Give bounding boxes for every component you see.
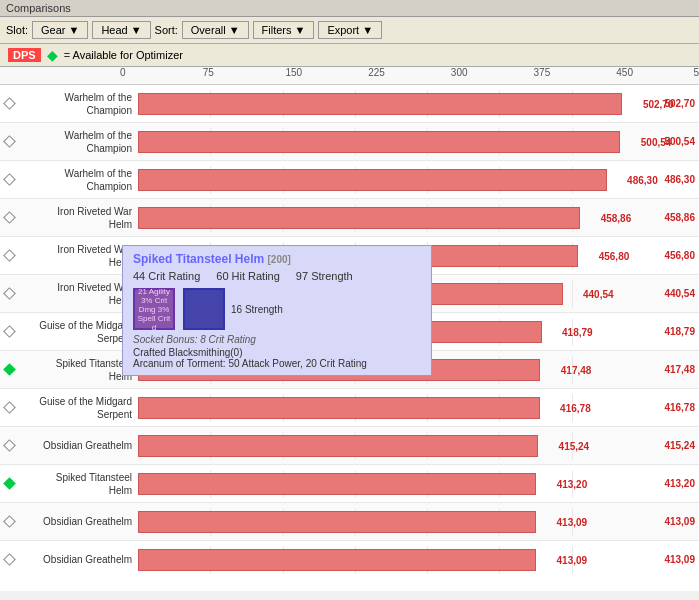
table-row[interactable]: Warhelm of theChampion486,30486,30 <box>0 161 699 199</box>
end-value: 413,20 <box>644 478 699 489</box>
diamond-outline-icon <box>0 554 18 566</box>
row-label: Warhelm of theChampion <box>18 129 138 155</box>
row-label: Guise of the MidgardSerpent <box>18 395 138 421</box>
toolbar: Slot: Gear ▼ Head ▼ Sort: Overall ▼ Filt… <box>0 17 699 44</box>
table-row[interactable]: Iron Riveted WarHelm458,86458,86 <box>0 199 699 237</box>
data-bar: 413,20 <box>138 473 536 495</box>
bar-area: 458,86 <box>138 204 644 232</box>
tooltip-icon2 <box>183 288 225 330</box>
bar-area: 415,24 <box>138 432 644 460</box>
bar-value: 458,86 <box>601 212 632 223</box>
bar-value: 417,48 <box>561 364 592 375</box>
diamond-outline-icon <box>0 136 18 148</box>
axis-300: 300 <box>451 67 468 78</box>
slot-label: Slot: <box>6 24 28 36</box>
end-value: 413,09 <box>644 516 699 527</box>
bar-value: 413,20 <box>557 478 588 489</box>
bar-value: 500,54 <box>641 136 672 147</box>
bar-value: 413,09 <box>557 516 588 527</box>
row-label: Obsidian Greathelm <box>18 515 138 528</box>
tooltip-title: Spiked Titansteel Helm [200] <box>133 252 421 266</box>
bar-value: 456,80 <box>599 250 630 261</box>
tooltip-stat: 97 Strength <box>296 270 353 282</box>
bar-value: 416,78 <box>560 402 591 413</box>
diamond-solid-icon <box>0 364 18 376</box>
sort-dropdown[interactable]: Overall ▼ <box>182 21 249 39</box>
table-row[interactable]: Spiked TitansteelHelm413,20413,20 <box>0 465 699 503</box>
axis-225: 225 <box>368 67 385 78</box>
grid-line <box>572 280 573 308</box>
chevron-down-icon: ▼ <box>229 24 240 36</box>
row-label: Spiked TitansteelHelm <box>18 357 138 383</box>
end-value: 416,78 <box>644 402 699 413</box>
bar-area: 413,20 <box>138 470 644 498</box>
end-value: 415,24 <box>644 440 699 451</box>
legend-bar: DPS ◆ = Available for Optimizer <box>0 44 699 67</box>
table-row[interactable]: Obsidian Greathelm413,09413,09 <box>0 541 699 575</box>
bar-area: 500,54 <box>138 128 644 156</box>
diamond-outline-icon <box>0 440 18 452</box>
chevron-down-icon: ▼ <box>68 24 79 36</box>
diamond-outline-icon <box>0 212 18 224</box>
row-label: Iron Riveted WarHelm <box>18 281 138 307</box>
tooltip-stat: 60 Hit Rating <box>216 270 280 282</box>
row-label: Iron Riveted WarHelm <box>18 243 138 269</box>
tooltip-arcanum: Arcanum of Torment: 50 Attack Power, 20 … <box>133 358 421 369</box>
axis-525: 525 <box>693 67 699 78</box>
title-bar: Comparisons <box>0 0 699 17</box>
axis-150: 150 <box>285 67 302 78</box>
diamond-outline-icon <box>0 174 18 186</box>
item-tooltip: Spiked Titansteel Helm [200] 44 Crit Rat… <box>122 245 432 376</box>
axis-375: 375 <box>534 67 551 78</box>
row-label: Guise of the MidgardSerpent <box>18 319 138 345</box>
bar-area: 416,78 <box>138 394 644 422</box>
bar-value: 413,09 <box>557 554 588 565</box>
diamond-outline-icon <box>0 402 18 414</box>
tooltip-body: 21 Agility 3% Crit Dmg 3% Spell Crit d 1… <box>133 288 421 330</box>
data-bar: 413,09 <box>138 549 536 571</box>
tooltip-socket-label: Socket Bonus: 8 Crit Rating <box>133 334 421 345</box>
optimizer-diamond: ◆ <box>47 47 58 63</box>
bar-value: 502,70 <box>643 98 674 109</box>
optimizer-label: = Available for Optimizer <box>64 49 183 61</box>
table-row[interactable]: Guise of the MidgardSerpent416,78416,78 <box>0 389 699 427</box>
axis-450: 450 <box>616 67 633 78</box>
row-label: Warhelm of theChampion <box>18 91 138 117</box>
table-row[interactable]: Obsidian Greathelm415,24415,24 <box>0 427 699 465</box>
chevron-down-icon: ▼ <box>131 24 142 36</box>
export-dropdown[interactable]: Export ▼ <box>318 21 382 39</box>
end-value: 418,79 <box>644 326 699 337</box>
bar-value: 418,79 <box>562 326 593 337</box>
diamond-outline-icon <box>0 98 18 110</box>
data-bar: 500,54 <box>138 131 620 153</box>
table-row[interactable]: Warhelm of theChampion502,70502,70 <box>0 85 699 123</box>
table-row[interactable]: Warhelm of theChampion500,54500,54 <box>0 123 699 161</box>
bar-area: 413,09 <box>138 508 644 536</box>
bar-area: 413,09 <box>138 546 644 574</box>
diamond-outline-icon <box>0 516 18 528</box>
axis-75: 75 <box>203 67 214 78</box>
tooltip-stats-row: 44 Crit Rating60 Hit Rating97 Strength <box>133 270 421 282</box>
diamond-outline-icon <box>0 326 18 338</box>
data-bar: 458,86 <box>138 207 580 229</box>
tooltip-icon1: 21 Agility 3% Crit Dmg 3% Spell Crit d <box>133 288 175 330</box>
bar-value: 486,30 <box>627 174 658 185</box>
axis-0: 0 <box>120 67 126 78</box>
table-row[interactable]: Obsidian Greathelm413,09413,09 <box>0 503 699 541</box>
end-value: 417,48 <box>644 364 699 375</box>
bar-value: 415,24 <box>559 440 590 451</box>
bar-area: 502,70 <box>138 90 644 118</box>
head-dropdown[interactable]: Head ▼ <box>92 21 150 39</box>
diamond-solid-icon <box>0 478 18 490</box>
chevron-down-icon: ▼ <box>294 24 305 36</box>
bar-area: 486,30 <box>138 166 644 194</box>
chart-area: 0 75 150 225 300 375 450 525 Warhelm of … <box>0 67 699 591</box>
axis-labels-row: 0 75 150 225 300 375 450 525 <box>0 67 699 85</box>
filters-dropdown[interactable]: Filters ▼ <box>253 21 315 39</box>
tooltip-craft: Crafted Blacksmithing(0) <box>133 347 421 358</box>
title-text: Comparisons <box>6 2 71 14</box>
data-bar: 502,70 <box>138 93 622 115</box>
bar-value: 440,54 <box>583 288 614 299</box>
slot-dropdown[interactable]: Gear ▼ <box>32 21 88 39</box>
data-bar: 486,30 <box>138 169 607 191</box>
